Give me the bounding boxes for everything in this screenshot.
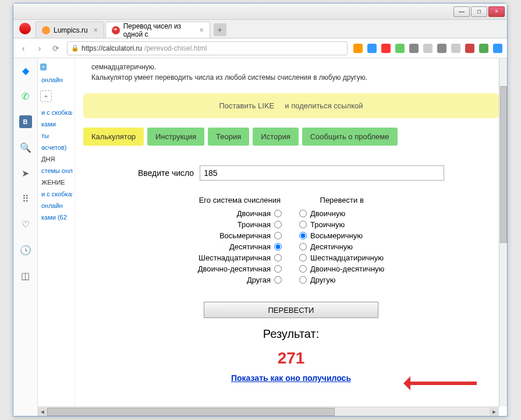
apps-icon[interactable]: ⠿ (19, 192, 32, 205)
browser-window: — □ × Lumpics.ru × Перевод чисел из одно… (13, 3, 508, 417)
tab-calculatori[interactable]: Перевод чисел из одной с × (105, 22, 210, 38)
like-text: Поставить LIKE (219, 101, 274, 110)
browser-sidebar: ◆ ✆ B 🔍 ➤ ⠿ ♡ 🕓 ◫ (13, 58, 38, 416)
sidebar-item[interactable]: стемы онлайн (40, 165, 72, 177)
page-tab[interactable]: Инструкция (147, 128, 204, 146)
radio-option[interactable]: Шестнадцатиричную (299, 253, 384, 262)
favicon-icon (42, 26, 50, 34)
extension-icon[interactable] (381, 44, 391, 53)
page-tab[interactable]: Калькулятор (83, 128, 144, 146)
extension-icon[interactable] (437, 44, 446, 53)
sidebar-item[interactable]: ками (40, 118, 72, 130)
close-button[interactable]: × (488, 6, 505, 17)
sidebar-item[interactable]: ЖЕНИЕ (40, 177, 72, 188)
radio-input[interactable] (299, 276, 307, 284)
send-icon[interactable]: ➤ (19, 167, 32, 179)
sidebar-item[interactable]: и с скобками (40, 188, 72, 200)
radio-input[interactable] (274, 243, 282, 250)
like-bar[interactable]: Поставить LIKE и поделиться ссылкой (83, 93, 499, 118)
scrollbar-thumb[interactable] (500, 86, 507, 243)
radio-option[interactable]: Шестнадцатиричная (198, 253, 282, 262)
extension-icon[interactable] (409, 44, 419, 53)
sidebar-add-button[interactable]: + (40, 90, 52, 102)
search-icon[interactable]: 🔍 (19, 141, 32, 154)
horizontal-scrollbar[interactable]: ◄ ► (38, 407, 499, 416)
tab-lumpics[interactable]: Lumpics.ru × (36, 22, 104, 38)
new-tab-button[interactable]: + (214, 23, 226, 36)
sidebar-item[interactable]: и с скобками ) (40, 107, 72, 118)
sidebar-item[interactable]: ДНЯ (40, 153, 72, 165)
radio-option[interactable]: Двоичную (299, 209, 384, 218)
tab-close-icon[interactable]: × (200, 26, 204, 34)
radio-option[interactable]: Двоичная (198, 209, 282, 218)
radio-option[interactable]: Троичная (198, 220, 282, 229)
main-content: семнадцатеричную. Калькулятор умеет пере… (75, 58, 507, 416)
extension-icon[interactable] (423, 44, 433, 53)
radio-input[interactable] (299, 254, 307, 262)
vk-icon[interactable]: B (19, 115, 32, 128)
radio-input[interactable] (299, 221, 307, 228)
whatsapp-icon[interactable]: ✆ (19, 90, 32, 103)
radio-input[interactable] (299, 265, 307, 273)
radio-input[interactable] (274, 276, 282, 284)
scrollbar-thumb[interactable] (47, 408, 335, 416)
minimize-button[interactable]: — (453, 6, 470, 17)
radio-input[interactable] (299, 232, 307, 239)
vertical-scrollbar[interactable] (499, 58, 507, 407)
radio-option[interactable]: Восьмеричная (198, 231, 282, 240)
page-tab[interactable]: Теория (208, 128, 249, 146)
messenger-icon[interactable]: ◆ (19, 64, 32, 77)
radio-input[interactable] (274, 254, 282, 262)
radio-input[interactable] (299, 210, 307, 217)
sidebar-item[interactable]: ками (62 (40, 211, 72, 223)
tab-close-icon[interactable]: × (94, 26, 98, 34)
sidebar-item[interactable]: онлайн (40, 200, 72, 211)
sidebar-item[interactable]: асчетов) (40, 142, 72, 153)
extension-icon[interactable] (493, 44, 502, 53)
radio-option[interactable]: Другую (299, 276, 384, 284)
extension-icon[interactable] (479, 44, 488, 53)
address-bar[interactable]: 🔒 https://calculatori.ru/perevod-chisel.… (67, 41, 348, 55)
convert-button[interactable]: ПЕРЕВЕСТИ (204, 302, 378, 318)
page-tab[interactable]: Сообщить о проблеме (302, 128, 398, 146)
maximize-button[interactable]: □ (471, 6, 487, 17)
extension-icon[interactable] (367, 44, 377, 53)
radio-input[interactable] (274, 210, 282, 217)
address-row: ‹ › ⟳ 🔒 https://calculatori.ru/perevod-c… (13, 38, 507, 58)
radio-input[interactable] (274, 265, 282, 273)
radio-label: Восьмеричная (219, 231, 271, 240)
radio-label: Двоично-десятичную (310, 264, 384, 273)
radio-option[interactable]: Восьмеричную (299, 231, 384, 240)
radio-option[interactable]: Двоично-десятичная (198, 264, 282, 273)
opera-logo-icon[interactable] (19, 23, 31, 34)
reload-button[interactable]: ⟳ (51, 43, 61, 54)
package-icon[interactable]: ◫ (19, 269, 32, 282)
to-column: Перевести в ДвоичнуюТроичнуюВосьмеричную… (299, 196, 384, 287)
sidebar-item[interactable]: онлайн (40, 74, 72, 86)
page-tab[interactable]: История (253, 128, 298, 146)
radio-option[interactable]: Двоично-десятичную (299, 264, 384, 273)
show-how-link[interactable]: Показать как оно получилось (107, 373, 476, 383)
extension-icon[interactable] (465, 44, 474, 53)
sidebar-item[interactable]: ты (40, 130, 72, 142)
radio-label: Десятичную (310, 242, 353, 251)
radio-input[interactable] (274, 221, 282, 228)
radio-option[interactable]: Десятичная (198, 242, 282, 251)
number-input[interactable] (200, 165, 444, 181)
radio-input[interactable] (299, 243, 307, 250)
intro-text: семнадцатеричную. Калькулятор умеет пере… (83, 58, 499, 89)
forward-button[interactable]: › (34, 43, 45, 54)
radio-option[interactable]: Десятичную (299, 242, 384, 251)
scroll-left-button[interactable]: ◄ (38, 408, 47, 416)
radio-option[interactable]: Троичную (299, 220, 384, 229)
back-button[interactable]: ‹ (18, 43, 29, 54)
history-icon[interactable]: 🕓 (19, 243, 32, 256)
scrollbar-track[interactable] (47, 408, 490, 416)
radio-option[interactable]: Другая (198, 276, 282, 284)
bookmark-icon[interactable]: ♡ (19, 218, 32, 231)
radio-input[interactable] (274, 232, 282, 239)
extension-icon[interactable] (353, 44, 363, 53)
extension-icon[interactable] (451, 44, 460, 53)
scroll-right-button[interactable]: ► (490, 408, 499, 416)
extension-icon[interactable] (395, 44, 405, 53)
